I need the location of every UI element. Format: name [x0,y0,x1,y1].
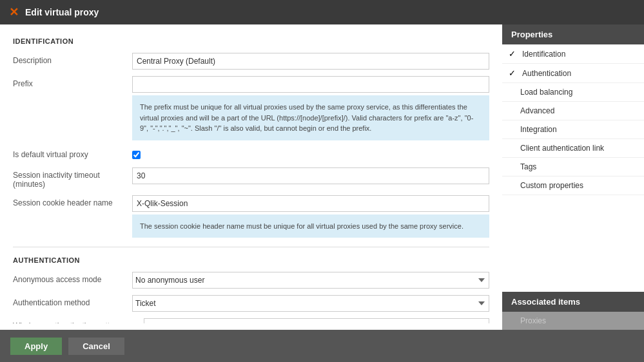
auth-method-select-wrapper: Ticket Header Static header SAML JWT OID… [132,295,489,312]
prop-label-tags: Tags [520,162,536,171]
prop-item-advanced[interactable]: Advanced [502,102,644,120]
content-area: IDENTIFICATION Description Prefix The pr… [0,24,644,330]
section-divider [13,247,489,247]
prefix-input-wrapper: The prefix must be unique for all virtua… [132,76,489,140]
prop-label-client-auth: Client authentication link [520,144,604,153]
session-timeout-label: Session inactivity timeout (minutes) [13,167,132,189]
is-default-row: Is default virtual proxy [13,147,489,161]
session-cookie-input-wrapper: The session cookie header name must be u… [132,195,489,238]
authentication-section: AUTHENTICATION Anonymous access mode No … [13,256,489,323]
prefix-row: Prefix The prefix must be unique for all… [13,76,489,140]
session-cookie-row: Session cookie header name The session c… [13,195,489,238]
windows-auth-input[interactable] [144,318,489,323]
prop-item-tags[interactable]: Tags [502,158,644,176]
prop-item-identification[interactable]: ✓ Identification [502,44,644,64]
is-default-input-wrapper [132,147,489,161]
identification-section: IDENTIFICATION Description Prefix The pr… [13,37,489,238]
prop-item-integration[interactable]: Integration [502,120,644,139]
title-bar: ✕ Edit virtual proxy [0,0,644,24]
prop-item-custom-properties[interactable]: Custom properties [502,176,644,195]
anonymous-mode-label: Anonymous access mode [13,272,132,284]
description-input[interactable] [132,53,489,70]
identification-title: IDENTIFICATION [13,37,489,45]
proxies-item[interactable]: Proxies [502,312,644,330]
prop-item-client-auth[interactable]: Client authentication link [502,139,644,158]
prop-label-custom-properties: Custom properties [520,181,583,190]
anonymous-mode-select-wrapper: No anonymous user Allow anonymous Always… [132,272,489,289]
right-panel: Properties ✓ Identification ✓ Authentica… [502,24,644,330]
description-row: Description [13,53,489,70]
prop-label-integration: Integration [520,125,557,134]
anonymous-mode-select[interactable]: No anonymous user Allow anonymous Always… [132,272,489,289]
anonymous-mode-row: Anonymous access mode No anonymous user … [13,272,489,289]
properties-list: ✓ Identification ✓ Authentication Load b… [502,44,644,292]
footer: Apply Cancel [0,330,644,362]
auth-method-select[interactable]: Ticket Header Static header SAML JWT OID… [132,295,489,312]
proxies-label: Proxies [520,316,546,325]
session-cookie-label: Session cookie header name [13,195,132,207]
dialog: ✕ Edit virtual proxy IDENTIFICATION Desc… [0,0,644,362]
main-scroll: IDENTIFICATION Description Prefix The pr… [13,37,489,323]
session-cookie-input[interactable] [132,195,489,212]
prop-label-identification: Identification [522,50,565,59]
check-icon-identification: ✓ [509,49,516,59]
windows-auth-input-wrapper: ⇐ [132,318,489,323]
description-input-wrapper [132,53,489,70]
prefix-label: Prefix [13,76,132,88]
auth-method-row: Authentication method Ticket Header Stat… [13,295,489,312]
windows-auth-row: Windows authentication pattern ⇐ [13,318,489,323]
session-timeout-row: Session inactivity timeout (minutes) [13,167,489,189]
dialog-icon: ✕ [9,5,19,19]
session-cookie-info: The session cookie header name must be u… [132,214,489,238]
prefix-info: The prefix must be unique for all virtua… [132,95,489,140]
windows-auth-label: Windows authentication pattern [13,318,132,323]
session-timeout-input[interactable] [132,167,489,184]
prop-label-load-balancing: Load balancing [520,88,572,97]
cancel-button[interactable]: Cancel [68,338,124,355]
prop-item-load-balancing[interactable]: Load balancing [502,83,644,102]
description-label: Description [13,53,132,65]
is-default-checkbox[interactable] [132,151,141,159]
main-panel: IDENTIFICATION Description Prefix The pr… [0,24,502,330]
associated-header: Associated items [502,292,644,312]
prop-label-advanced: Advanced [520,106,554,115]
is-default-label: Is default virtual proxy [13,147,132,159]
prefix-input[interactable] [132,76,489,93]
prop-item-authentication[interactable]: ✓ Authentication [502,64,644,83]
prop-label-authentication: Authentication [522,69,571,78]
check-icon-authentication: ✓ [509,68,516,78]
properties-header: Properties [502,24,644,44]
auth-method-label: Authentication method [13,295,132,307]
windows-auth-arrow-icon[interactable]: ⇐ [132,321,140,323]
authentication-title: AUTHENTICATION [13,256,489,264]
apply-button[interactable]: Apply [10,338,62,355]
dialog-title: Edit virtual proxy [25,7,99,17]
session-timeout-input-wrapper [132,167,489,184]
